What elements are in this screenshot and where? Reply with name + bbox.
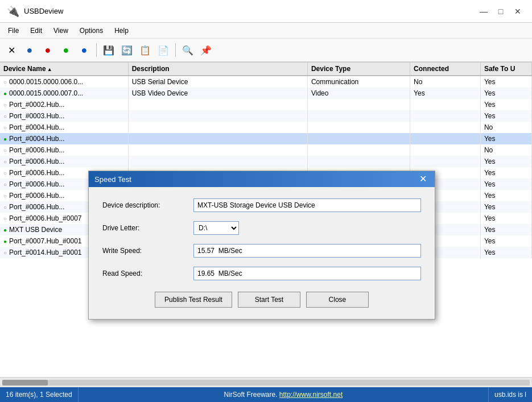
status-center-prefix: NirSoft Freeware. <box>224 391 279 399</box>
device-description-label: Device description: <box>102 201 193 209</box>
device-description-row: Device description: <box>102 198 421 212</box>
window-close-button[interactable]: ✕ <box>510 6 525 17</box>
menu-options[interactable]: Options <box>74 25 109 36</box>
menu-edit[interactable]: Edit <box>24 25 48 36</box>
speed-test-dialog: Speed Test ✕ Device description: Drive L… <box>88 171 435 320</box>
title-bar-left: 🔌 USBDeview <box>7 5 63 18</box>
status-bar: 16 item(s), 1 Selected NirSoft Freeware.… <box>0 387 532 402</box>
drive-letter-label: Drive Letter: <box>102 224 193 232</box>
status-center: NirSoft Freeware. http://www.nirsoft.net <box>79 391 488 399</box>
read-speed-input[interactable] <box>193 267 421 280</box>
scroll-track[interactable] <box>2 380 530 386</box>
menu-view[interactable]: View <box>48 25 74 36</box>
toolbar-sep1 <box>96 43 97 57</box>
toolbar-sep2 <box>175 43 176 57</box>
status-items-count: 16 item(s), 1 Selected <box>6 391 72 399</box>
start-test-button[interactable]: Start Test <box>238 292 300 308</box>
menu-help[interactable]: Help <box>109 25 134 36</box>
toolbar-paste[interactable]: 📄 <box>155 42 171 58</box>
toolbar-red-dot[interactable]: ● <box>40 42 56 58</box>
toolbar-save[interactable]: 💾 <box>101 42 117 58</box>
drive-letter-select[interactable]: D:\ C:\ E:\ <box>193 221 239 235</box>
modal-close-x-button[interactable]: ✕ <box>417 175 429 184</box>
toolbar-refresh[interactable]: 🔄 <box>119 42 135 58</box>
modal-body: Device description: Drive Letter: D:\ C:… <box>89 187 435 319</box>
toolbar-blue-dot[interactable]: ● <box>22 42 38 58</box>
drive-letter-select-wrap: D:\ C:\ E:\ <box>193 221 239 235</box>
toolbar-disconnect[interactable]: ✕ <box>3 42 19 58</box>
maximize-button[interactable]: □ <box>493 6 508 17</box>
read-speed-row: Read Speed: <box>102 267 421 280</box>
status-left: 16 item(s), 1 Selected <box>0 387 79 402</box>
write-speed-label: Write Speed: <box>102 247 193 255</box>
toolbar-copy[interactable]: 📋 <box>137 42 153 58</box>
write-speed-input[interactable] <box>193 244 421 258</box>
nirsoft-link[interactable]: http://www.nirsoft.net <box>279 391 343 399</box>
toolbar-blue-dot2[interactable]: ● <box>76 42 92 58</box>
title-bar: 🔌 USBDeview — □ ✕ <box>0 0 532 23</box>
toolbar-green-dot[interactable]: ● <box>58 42 74 58</box>
table-area: Device Name▲ Description Device Type Con… <box>0 63 532 377</box>
title-bar-controls: — □ ✕ <box>476 6 525 17</box>
scroll-thumb[interactable] <box>2 380 48 386</box>
minimize-button[interactable]: — <box>476 6 491 17</box>
modal-title-text: Speed Test <box>94 175 131 184</box>
menu-bar: File Edit View Options Help <box>0 23 532 39</box>
toolbar-search[interactable]: 🔍 <box>180 42 196 58</box>
modal-buttons: Publish Test Result Start Test Close <box>102 292 421 308</box>
close-button[interactable]: Close <box>306 292 369 308</box>
write-speed-row: Write Speed: <box>102 244 421 258</box>
modal-overlay: Speed Test ✕ Device description: Drive L… <box>0 63 532 377</box>
status-right: usb.ids is l <box>488 387 532 402</box>
menu-file[interactable]: File <box>2 25 24 36</box>
toolbar-pin[interactable]: 📌 <box>198 42 214 58</box>
toolbar: ✕ ● ● ● ● 💾 🔄 📋 📄 🔍 📌 <box>0 39 532 63</box>
modal-title-bar: Speed Test ✕ <box>89 171 435 187</box>
horizontal-scrollbar[interactable] <box>0 377 532 387</box>
app-title: USBDeview <box>24 7 63 15</box>
app-icon: 🔌 <box>7 5 19 18</box>
read-speed-label: Read Speed: <box>102 270 193 277</box>
drive-letter-row: Drive Letter: D:\ C:\ E:\ <box>102 221 421 235</box>
publish-test-result-button[interactable]: Publish Test Result <box>155 292 232 308</box>
status-usb-ids: usb.ids is l <box>494 391 526 399</box>
device-description-input[interactable] <box>193 198 421 212</box>
